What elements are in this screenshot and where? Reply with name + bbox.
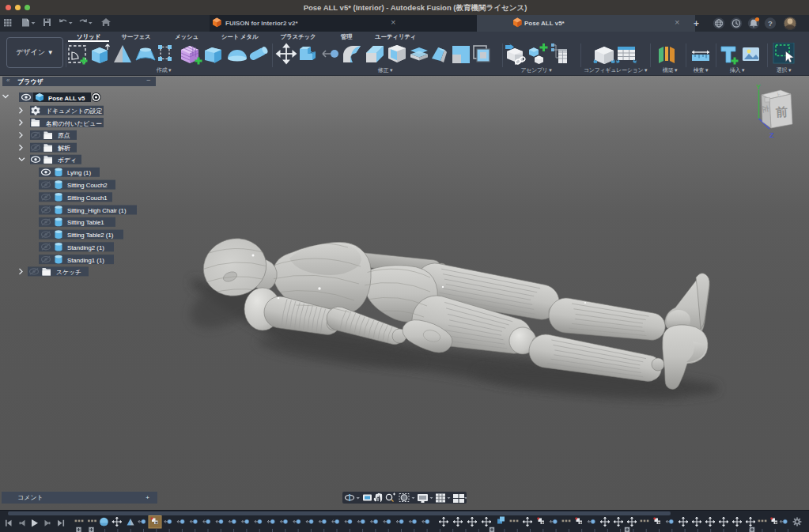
svg-text:Standing1 (1): Standing1 (1) (67, 257, 104, 264)
svg-text:Z: Z (769, 131, 774, 139)
svg-text:Y: Y (756, 83, 761, 91)
svg-text:ドキュメントの設定: ドキュメントの設定 (46, 108, 103, 115)
svg-text:前: 前 (775, 105, 788, 119)
svg-text:Sitting_High Chair (1): Sitting_High Chair (1) (67, 207, 127, 214)
svg-text:解析: 解析 (58, 145, 70, 152)
svg-text:ボディ: ボディ (58, 157, 77, 164)
svg-text:スケッチ: スケッチ (56, 269, 81, 276)
svg-text:Standing2 (1): Standing2 (1) (67, 244, 104, 251)
svg-text:原点: 原点 (58, 132, 70, 139)
svg-text:Lying (1): Lying (1) (67, 169, 91, 176)
svg-text:Pose ALL v5: Pose ALL v5 (48, 95, 85, 102)
svg-text:Sitting Couch2: Sitting Couch2 (67, 182, 108, 189)
svg-text:名前の付いたビュー: 名前の付いたビュー (45, 120, 102, 127)
svg-text:Sitting Table1: Sitting Table1 (67, 219, 104, 226)
svg-text:Sitting Table2 (1): Sitting Table2 (1) (67, 232, 114, 239)
svg-text:Sitting Couch1: Sitting Couch1 (67, 194, 108, 202)
svg-text:?: ? (768, 19, 773, 28)
